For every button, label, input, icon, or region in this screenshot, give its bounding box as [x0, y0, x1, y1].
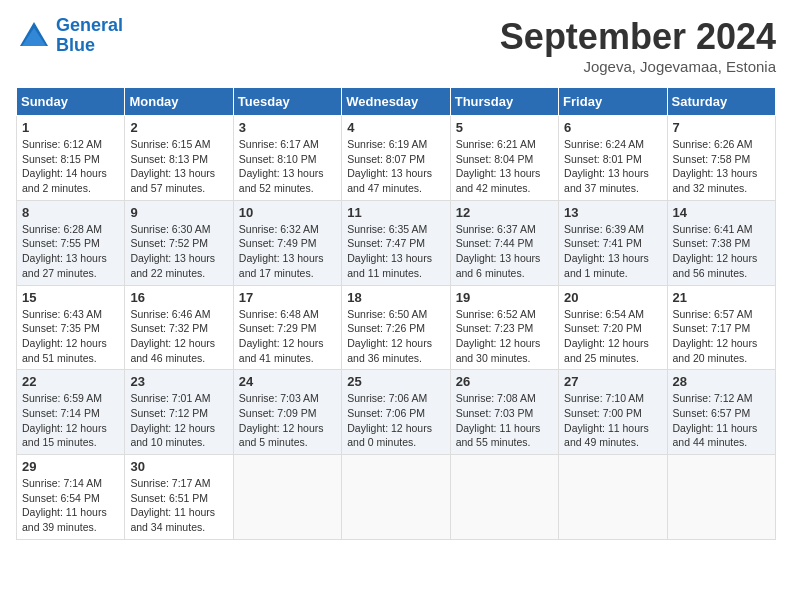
day-info-line: Daylight: 13 hours	[673, 167, 758, 179]
day-info-line: Daylight: 12 hours	[673, 337, 758, 349]
calendar-cell: 18Sunrise: 6:50 AMSunset: 7:26 PMDayligh…	[342, 285, 450, 370]
day-info: Sunrise: 6:17 AMSunset: 8:10 PMDaylight:…	[239, 137, 336, 196]
logo-text: General Blue	[56, 16, 123, 56]
day-info-line: Daylight: 13 hours	[564, 252, 649, 264]
day-info-line: and 10 minutes.	[130, 436, 205, 448]
day-info: Sunrise: 7:12 AMSunset: 6:57 PMDaylight:…	[673, 391, 770, 450]
day-info-line: and 15 minutes.	[22, 436, 97, 448]
day-info-line: and 46 minutes.	[130, 352, 205, 364]
day-number: 1	[22, 120, 119, 135]
day-info-line: and 34 minutes.	[130, 521, 205, 533]
calendar-cell: 9Sunrise: 6:30 AMSunset: 7:52 PMDaylight…	[125, 200, 233, 285]
day-info: Sunrise: 6:41 AMSunset: 7:38 PMDaylight:…	[673, 222, 770, 281]
day-info-line: Sunset: 7:55 PM	[22, 237, 100, 249]
calendar-cell	[450, 455, 558, 540]
calendar-cell: 19Sunrise: 6:52 AMSunset: 7:23 PMDayligh…	[450, 285, 558, 370]
day-info: Sunrise: 6:59 AMSunset: 7:14 PMDaylight:…	[22, 391, 119, 450]
day-info-line: and 55 minutes.	[456, 436, 531, 448]
header-sunday: Sunday	[17, 88, 125, 116]
day-info-line: Daylight: 11 hours	[564, 422, 649, 434]
day-info-line: Daylight: 11 hours	[22, 506, 107, 518]
day-info-line: Sunset: 7:44 PM	[456, 237, 534, 249]
header-saturday: Saturday	[667, 88, 775, 116]
day-number: 13	[564, 205, 661, 220]
calendar-cell	[559, 455, 667, 540]
weekday-header-row: Sunday Monday Tuesday Wednesday Thursday…	[17, 88, 776, 116]
day-info-line: Daylight: 13 hours	[456, 167, 541, 179]
day-info-line: Daylight: 12 hours	[564, 337, 649, 349]
day-info: Sunrise: 6:46 AMSunset: 7:32 PMDaylight:…	[130, 307, 227, 366]
calendar-cell: 8Sunrise: 6:28 AMSunset: 7:55 PMDaylight…	[17, 200, 125, 285]
day-info-line: Daylight: 12 hours	[22, 337, 107, 349]
day-info-line: Daylight: 13 hours	[456, 252, 541, 264]
calendar-cell: 17Sunrise: 6:48 AMSunset: 7:29 PMDayligh…	[233, 285, 341, 370]
day-info: Sunrise: 6:43 AMSunset: 7:35 PMDaylight:…	[22, 307, 119, 366]
header-monday: Monday	[125, 88, 233, 116]
day-info: Sunrise: 7:01 AMSunset: 7:12 PMDaylight:…	[130, 391, 227, 450]
day-info-line: Sunset: 7:41 PM	[564, 237, 642, 249]
day-info-line: Daylight: 12 hours	[456, 337, 541, 349]
day-info-line: Sunrise: 7:12 AM	[673, 392, 753, 404]
day-info: Sunrise: 6:54 AMSunset: 7:20 PMDaylight:…	[564, 307, 661, 366]
calendar-cell: 6Sunrise: 6:24 AMSunset: 8:01 PMDaylight…	[559, 116, 667, 201]
calendar-cell: 26Sunrise: 7:08 AMSunset: 7:03 PMDayligh…	[450, 370, 558, 455]
day-info: Sunrise: 6:35 AMSunset: 7:47 PMDaylight:…	[347, 222, 444, 281]
day-info-line: Sunrise: 6:57 AM	[673, 308, 753, 320]
calendar-cell: 7Sunrise: 6:26 AMSunset: 7:58 PMDaylight…	[667, 116, 775, 201]
day-info-line: Sunset: 7:47 PM	[347, 237, 425, 249]
day-info-line: and 22 minutes.	[130, 267, 205, 279]
day-info-line: and 49 minutes.	[564, 436, 639, 448]
day-number: 2	[130, 120, 227, 135]
day-info-line: Daylight: 11 hours	[130, 506, 215, 518]
calendar-cell	[667, 455, 775, 540]
calendar-cell: 30Sunrise: 7:17 AMSunset: 6:51 PMDayligh…	[125, 455, 233, 540]
day-number: 4	[347, 120, 444, 135]
day-info-line: Daylight: 13 hours	[564, 167, 649, 179]
day-number: 7	[673, 120, 770, 135]
day-info-line: and 56 minutes.	[673, 267, 748, 279]
day-info-line: Sunset: 8:10 PM	[239, 153, 317, 165]
calendar-week-row: 22Sunrise: 6:59 AMSunset: 7:14 PMDayligh…	[17, 370, 776, 455]
calendar-cell: 12Sunrise: 6:37 AMSunset: 7:44 PMDayligh…	[450, 200, 558, 285]
day-info-line: and 17 minutes.	[239, 267, 314, 279]
day-info-line: and 2 minutes.	[22, 182, 91, 194]
calendar-cell: 27Sunrise: 7:10 AMSunset: 7:00 PMDayligh…	[559, 370, 667, 455]
day-info-line: Sunset: 6:57 PM	[673, 407, 751, 419]
logo-icon	[16, 18, 52, 54]
day-info-line: and 52 minutes.	[239, 182, 314, 194]
day-info-line: Sunset: 6:54 PM	[22, 492, 100, 504]
calendar-cell: 21Sunrise: 6:57 AMSunset: 7:17 PMDayligh…	[667, 285, 775, 370]
day-info-line: Sunrise: 7:01 AM	[130, 392, 210, 404]
calendar-cell: 29Sunrise: 7:14 AMSunset: 6:54 PMDayligh…	[17, 455, 125, 540]
header-friday: Friday	[559, 88, 667, 116]
day-info-line: Daylight: 12 hours	[239, 422, 324, 434]
day-info-line: Sunset: 6:51 PM	[130, 492, 208, 504]
day-info-line: Sunrise: 7:08 AM	[456, 392, 536, 404]
calendar-cell: 3Sunrise: 6:17 AMSunset: 8:10 PMDaylight…	[233, 116, 341, 201]
day-info-line: Sunset: 8:07 PM	[347, 153, 425, 165]
day-info: Sunrise: 6:50 AMSunset: 7:26 PMDaylight:…	[347, 307, 444, 366]
day-number: 29	[22, 459, 119, 474]
day-info-line: Sunrise: 6:43 AM	[22, 308, 102, 320]
day-info-line: Daylight: 13 hours	[347, 252, 432, 264]
day-info-line: and 51 minutes.	[22, 352, 97, 364]
day-info-line: Sunrise: 6:59 AM	[22, 392, 102, 404]
day-info: Sunrise: 7:06 AMSunset: 7:06 PMDaylight:…	[347, 391, 444, 450]
day-info: Sunrise: 6:12 AMSunset: 8:15 PMDaylight:…	[22, 137, 119, 196]
day-info-line: Sunrise: 7:14 AM	[22, 477, 102, 489]
day-info-line: Daylight: 12 hours	[347, 422, 432, 434]
calendar-cell	[233, 455, 341, 540]
day-number: 19	[456, 290, 553, 305]
day-info-line: and 1 minute.	[564, 267, 628, 279]
calendar-cell: 23Sunrise: 7:01 AMSunset: 7:12 PMDayligh…	[125, 370, 233, 455]
calendar-week-row: 15Sunrise: 6:43 AMSunset: 7:35 PMDayligh…	[17, 285, 776, 370]
calendar-table: Sunday Monday Tuesday Wednesday Thursday…	[16, 87, 776, 540]
calendar-cell: 1Sunrise: 6:12 AMSunset: 8:15 PMDaylight…	[17, 116, 125, 201]
logo-line1: General	[56, 15, 123, 35]
day-info-line: Sunrise: 6:15 AM	[130, 138, 210, 150]
day-info-line: and 11 minutes.	[347, 267, 422, 279]
day-info-line: and 30 minutes.	[456, 352, 531, 364]
day-info: Sunrise: 6:37 AMSunset: 7:44 PMDaylight:…	[456, 222, 553, 281]
day-info-line: and 27 minutes.	[22, 267, 97, 279]
day-info-line: Sunrise: 6:24 AM	[564, 138, 644, 150]
